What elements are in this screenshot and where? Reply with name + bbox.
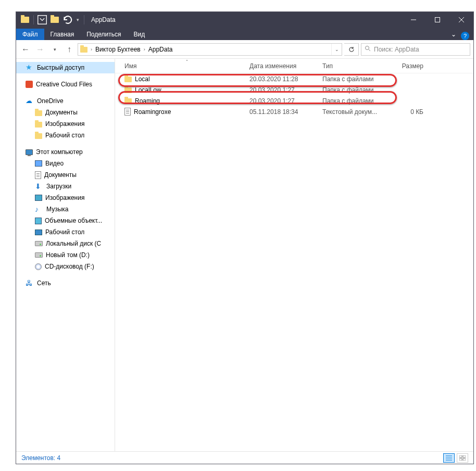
cc-icon [26,81,33,88]
folder-icon [35,110,42,116]
network-icon: 🖧 [26,279,34,287]
sidebar-onedrive-docs[interactable]: Документы [16,107,115,118]
sidebar-onedrive-images[interactable]: Изображения [16,118,115,130]
refresh-button[interactable] [344,43,359,56]
folder-icon [124,98,132,104]
sidebar-network[interactable]: 🖧Сеть [16,277,115,289]
maximize-button[interactable] [425,12,449,28]
svg-rect-1 [435,18,440,22]
file-type: Папка с файлами [322,97,390,105]
address-bar[interactable]: › Виктор Бухтеев › AppData ⌄ [78,43,342,56]
sidebar-video[interactable]: Видео [16,158,115,169]
breadcrumb-folder[interactable]: AppData [146,46,175,53]
document-icon [124,108,131,116]
sidebar-documents[interactable]: Документы [16,169,115,181]
video-icon [35,160,42,167]
file-name: Local [135,75,150,83]
folder-icon [35,122,42,128]
cube-icon [35,218,42,224]
forward-button[interactable]: → [34,43,46,56]
window-controls [402,12,473,28]
file-name: Roaming [135,97,160,105]
separator [33,15,34,24]
view-icons-button[interactable] [457,453,468,463]
nav-row: ← → ▾ ↑ › Виктор Бухтеев › AppData ⌄ Пои… [16,40,473,59]
chevron-right-icon[interactable]: › [143,47,146,52]
folder-icon [124,77,132,82]
sidebar-quick-access[interactable]: ★Быстрый доступ [16,62,115,73]
sidebar-desktop[interactable]: Рабочий стол [16,226,115,238]
sidebar-images[interactable]: Изображения [16,192,115,203]
sidebar-downloads[interactable]: ⬇Загрузки [16,181,115,192]
sidebar-new-vol[interactable]: Новый том (D:) [16,249,115,261]
sort-ascending-icon: ˄ [186,59,188,64]
file-type: Папка с файлами [322,75,390,83]
sidebar-onedrive-desktop[interactable]: Рабочий стол [16,130,115,141]
ribbon-tab-share[interactable]: Поделиться [80,29,127,40]
star-icon: ★ [26,63,34,72]
sidebar-3d-objects[interactable]: Объемные объект... [16,215,115,226]
sidebar-creative-cloud[interactable]: Creative Cloud Files [16,79,115,90]
file-row[interactable]: Roamingroxe05.11.2018 18:34Текстовый док… [115,106,473,117]
ribbon-collapse-icon[interactable]: ⌄ [446,29,461,40]
minimize-button[interactable] [402,12,425,28]
drive-icon [35,252,43,258]
column-date[interactable]: Дата изменения [249,62,322,70]
help-icon[interactable]: ? [461,32,469,40]
ribbon-tabs: Файл Главная Поделиться Вид ⌄ ? [16,28,473,40]
search-input[interactable]: Поиск: AppData [361,43,470,56]
sidebar-this-pc[interactable]: Этот компьютер [16,146,115,158]
recent-dropdown[interactable]: ▾ [48,43,61,56]
svg-rect-4 [463,455,466,457]
drive-icon [35,241,43,246]
chevron-right-icon[interactable]: › [90,47,93,52]
cd-icon [35,263,42,270]
window-title: AppData [91,16,116,23]
doc-icon [35,171,41,179]
qat-dropdown-icon[interactable]: ▾ [74,14,81,26]
search-icon [365,45,371,53]
svg-rect-6 [463,459,466,461]
ribbon-tab-file[interactable]: Файл [16,29,44,40]
column-type[interactable]: Тип [322,62,390,70]
download-icon: ⬇ [35,182,43,190]
file-type: Текстовый докум... [322,108,390,116]
navigation-pane[interactable]: ★Быстрый доступ Creative Cloud Files ☁On… [16,59,115,451]
sidebar-cd-drive[interactable]: CD-дисковод (F:) [16,261,115,272]
desktop-icon [35,230,42,235]
explorer-window: ▾ AppData Файл Главная Поделиться Вид ⌄ … [16,11,474,464]
file-row[interactable]: Roaming20.03.2020 1:27Папка с файлами [115,95,473,106]
properties-icon[interactable] [36,14,48,26]
file-row[interactable]: LocalLow20.03.2020 1:27Папка с файлами [115,84,473,95]
pc-icon [26,149,33,155]
sidebar-music[interactable]: ♪Музыка [16,203,115,215]
rows-container: Local20.03.2020 11:28Папка с файламиLoca… [115,73,473,117]
file-date: 05.11.2018 18:34 [249,108,322,116]
column-headers: ˄Имя Дата изменения Тип Размер [115,59,473,73]
sidebar-local-disk[interactable]: Локальный диск (C [16,238,115,249]
up-button[interactable]: ↑ [63,43,76,56]
file-type: Папка с файлами [322,86,390,94]
address-history-dropdown[interactable]: ⌄ [331,44,342,55]
ribbon-tab-view[interactable]: Вид [127,29,151,40]
view-details-button[interactable] [443,453,455,463]
file-list: ˄Имя Дата изменения Тип Размер Local20.0… [115,59,473,451]
back-button[interactable]: ← [19,43,32,56]
status-bar: Элементов: 4 [16,451,473,464]
breadcrumb-user[interactable]: Виктор Бухтеев [93,46,143,53]
folder-icon [35,133,42,139]
file-date: 20.03.2020 1:27 [249,97,322,105]
column-size[interactable]: Размер [390,62,432,70]
svg-point-2 [366,46,369,50]
column-name[interactable]: ˄Имя [124,62,249,70]
file-size: 0 КБ [390,108,432,116]
close-button[interactable] [449,12,473,28]
new-folder-icon[interactable] [49,14,60,26]
svg-rect-5 [459,459,462,461]
file-date: 20.03.2020 11:28 [249,75,322,83]
file-row[interactable]: Local20.03.2020 11:28Папка с файлами [115,73,473,84]
quick-access-toolbar: ▾ [16,14,86,26]
undo-icon[interactable] [61,14,73,26]
sidebar-onedrive[interactable]: ☁OneDrive [16,95,115,107]
ribbon-tab-home[interactable]: Главная [44,29,81,40]
